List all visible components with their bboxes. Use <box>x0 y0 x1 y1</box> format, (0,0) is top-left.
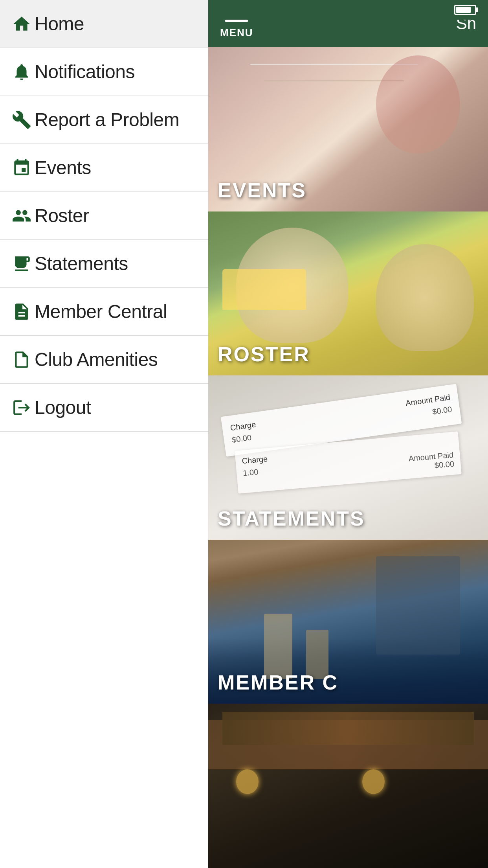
panel-member-central[interactable]: MEMBER C <box>208 540 488 704</box>
sidebar-item-report-a-problem[interactable]: Report a Problem <box>0 96 208 144</box>
document2-icon <box>12 350 35 370</box>
sidebar-item-logout[interactable]: Logout <box>0 384 208 432</box>
panel-club-amenities[interactable] <box>208 704 488 868</box>
sidebar: HomeNotificationsReport a ProblemEventsR… <box>0 0 208 868</box>
sidebar-item-roster[interactable]: Roster <box>0 192 208 240</box>
person-icon <box>12 206 35 226</box>
panel-label-events: EVENTS <box>218 178 306 202</box>
sidebar-item-home[interactable]: Home <box>0 0 208 48</box>
sidebar-label-notifications: Notifications <box>35 61 135 83</box>
bell-icon <box>12 62 35 82</box>
sidebar-item-club-amenities[interactable]: Club Amenities <box>0 336 208 384</box>
statements-icon <box>12 254 35 274</box>
panel-roster[interactable]: ROSTER <box>208 211 488 376</box>
sidebar-label-roster: Roster <box>35 205 89 226</box>
document-icon <box>12 302 35 322</box>
status-bar <box>208 0 488 20</box>
panel-label-roster: ROSTER <box>218 342 310 366</box>
sidebar-item-notifications[interactable]: Notifications <box>0 48 208 96</box>
battery-fill <box>456 7 471 13</box>
sidebar-item-statements[interactable]: Statements <box>0 240 208 288</box>
sidebar-label-home: Home <box>35 13 84 35</box>
home-icon <box>12 14 35 34</box>
sidebar-label-club-amenities: Club Amenities <box>35 349 158 370</box>
sidebar-label-statements: Statements <box>35 253 128 274</box>
sidebar-item-member-central[interactable]: Member Central <box>0 288 208 336</box>
calendar-icon <box>12 158 35 178</box>
sidebar-item-events[interactable]: Events <box>0 144 208 192</box>
wrench-icon <box>12 110 35 130</box>
right-panels: MENU Sh EVENTS ROSTER ChargeAmount Paid … <box>208 0 488 868</box>
menu-label: MENU <box>220 27 253 39</box>
menu-bar-3 <box>225 20 248 22</box>
sidebar-label-events: Events <box>35 157 91 178</box>
sidebar-label-report-a-problem: Report a Problem <box>35 109 179 131</box>
sidebar-label-logout: Logout <box>35 397 91 418</box>
panel-events[interactable]: EVENTS <box>208 47 488 211</box>
panel-label-member-central: MEMBER C <box>218 671 338 694</box>
logout-icon <box>12 398 35 417</box>
battery-icon <box>454 5 476 15</box>
panel-statements[interactable]: ChargeAmount Paid $0.00$0.00 Charge 1.00… <box>208 375 488 540</box>
panel-label-statements: STATEMENTS <box>218 507 365 530</box>
sidebar-label-member-central: Member Central <box>35 301 167 322</box>
